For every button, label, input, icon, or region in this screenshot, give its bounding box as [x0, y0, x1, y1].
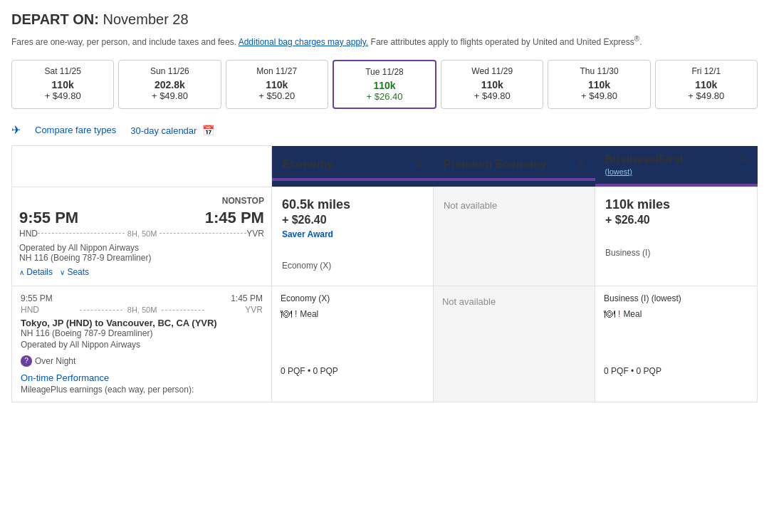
- meal-icon-business: 🍽: [604, 308, 615, 320]
- detail-flight-num: NH 116 (Boeing 787-9 Dreamliner): [21, 328, 263, 338]
- business-title: Business/First: [605, 153, 684, 165]
- economy-price: + $26.40: [282, 214, 423, 226]
- overnight-row: ? Over Night: [21, 355, 263, 367]
- date-card-5[interactable]: Thu 11/30 110k + $49.80: [548, 60, 650, 109]
- arrive-time: 1:45 PM: [205, 209, 264, 227]
- date-card-2[interactable]: Mon 11/27 110k + $50.20: [226, 60, 328, 109]
- date-card-6[interactable]: Fri 12/1 110k + $49.80: [655, 60, 758, 109]
- business-header-cell: ⇅ Business/First (lowest): [595, 146, 758, 187]
- route-mid: 8H, 50M: [38, 229, 246, 238]
- premium-fare-cell: Not available: [433, 187, 595, 286]
- flight-links: ∧ Details ∨ Seats: [19, 267, 264, 277]
- business-subtitle: (lowest): [605, 167, 633, 176]
- origin-code: HND: [19, 229, 38, 239]
- details-chevron-icon: ∧: [19, 268, 24, 276]
- detail-economy-mileage: 0 PQF • 0 PQP: [281, 363, 424, 376]
- date-card-4[interactable]: Wed 11/29 110k + $49.80: [441, 60, 543, 109]
- economy-class: Economy (X): [282, 261, 423, 271]
- details-link[interactable]: ∧ Details: [19, 267, 53, 277]
- premium-sort-icon[interactable]: ⇅: [577, 158, 585, 169]
- detail-route-line: HND 8H, 50M YVR: [21, 305, 263, 315]
- detail-premium-unavailable: Not available: [442, 293, 586, 307]
- economy-sort-icon[interactable]: ⇅: [414, 158, 423, 169]
- flight-info-cell: NONSTOP 9:55 PM 1:45 PM HND 8H, 50M YVR …: [12, 187, 272, 286]
- detail-route-full: Tokyo, JP (HND) to Vancouver, BC, CA (YV…: [21, 318, 263, 328]
- operated-by: Operated by All Nippon Airways: [19, 243, 264, 253]
- date-card-0[interactable]: Sat 11/25 110k + $49.80: [11, 60, 114, 109]
- detail-economy-cell: Economy (X) 🍽 ! Meal 0 PQF • 0 PQP: [271, 286, 433, 402]
- economy-miles: 60.5k miles: [282, 197, 423, 212]
- detail-premium-cell: Not available: [433, 286, 595, 402]
- premium-unavailable-text: Not available: [444, 197, 585, 211]
- controls-row: ✈ Compare fare types 30-day calendar 📅: [11, 123, 758, 137]
- premium-title: Premium Economy: [443, 158, 546, 170]
- calendar-30-link[interactable]: 30-day calendar 📅: [130, 125, 214, 136]
- date-card-1[interactable]: Sun 11/26 202.8k + $49.80: [118, 60, 221, 109]
- premium-header-cell: ⇅ Premium Economy: [433, 146, 595, 187]
- depart-title: DEPART ON: November 28: [11, 11, 758, 28]
- detail-business-class: Business (I) (lowest): [604, 293, 748, 303]
- calendar-icon: 📅: [202, 125, 214, 136]
- detail-economy-class: Economy (X): [281, 293, 424, 303]
- mileage-label: MileagePlus earnings (each way, per pers…: [21, 385, 263, 395]
- nonstop-badge: NONSTOP: [19, 196, 264, 206]
- economy-fare-cell[interactable]: 60.5k miles + $26.40 Saver Award Economy…: [271, 187, 433, 286]
- economy-title: Economy: [282, 158, 333, 170]
- plane-icon: ✈: [11, 123, 21, 137]
- flight-main-row: NONSTOP 9:55 PM 1:45 PM HND 8H, 50M YVR …: [12, 187, 758, 286]
- flight-table: ⇅ Economy ⇅ Premium Economy ⇅ Business/F…: [11, 145, 758, 402]
- overnight-icon: ?: [21, 355, 32, 367]
- fare-notice: Fares are one-way, per person, and inclu…: [11, 33, 758, 48]
- detail-business-cell: Business (I) (lowest) 🍽 ! Meal 0 PQF • 0…: [595, 286, 758, 402]
- detail-times: 9:55 PM 1:45 PM: [21, 293, 263, 303]
- detail-economy-meal-row: 🍽 ! Meal: [281, 308, 424, 320]
- business-sort-icon[interactable]: ⇅: [739, 153, 748, 165]
- business-miles: 110k miles: [605, 197, 747, 212]
- date-card-3[interactable]: Tue 11/28 110k + $26.40: [333, 60, 436, 109]
- economy-header-cell: ⇅ Economy: [271, 146, 433, 187]
- flight-number: NH 116 (Boeing 787-9 Dreamliner): [19, 253, 264, 263]
- business-class: Business (I): [605, 248, 747, 258]
- fare-header-row: ⇅ Economy ⇅ Premium Economy ⇅ Business/F…: [12, 146, 758, 187]
- meal-warning-icon-economy: !: [295, 309, 297, 319]
- detail-operated: Operated by All Nippon Airways: [21, 340, 263, 350]
- detail-business-mileage: 0 PQF • 0 PQP: [604, 363, 748, 376]
- on-time-link[interactable]: On-time Performance: [21, 372, 263, 383]
- detail-route-row: 9:55 PM 1:45 PM HND 8H, 50M YVR Tokyo, J…: [12, 286, 758, 402]
- seats-link[interactable]: ∨ Seats: [60, 267, 89, 277]
- saver-badge: Saver Award: [282, 229, 423, 239]
- meal-icon-economy: 🍽: [281, 308, 292, 320]
- detail-business-meal-row: 🍽 ! Meal: [604, 308, 748, 320]
- seats-chevron-icon: ∨: [60, 268, 65, 276]
- destination-code: YVR: [246, 229, 264, 239]
- meal-warning-icon-business: !: [618, 309, 620, 319]
- date-selector: Sat 11/25 110k + $49.80 Sun 11/26 202.8k…: [11, 60, 758, 109]
- detail-flight-cell: 9:55 PM 1:45 PM HND 8H, 50M YVR Tokyo, J…: [12, 286, 272, 402]
- business-price: + $26.40: [605, 214, 747, 226]
- depart-time: 9:55 PM: [19, 209, 78, 227]
- compare-fare-link[interactable]: Compare fare types: [35, 125, 116, 135]
- bag-charges-link[interactable]: Additional bag charges may apply.: [239, 37, 369, 47]
- business-fare-cell[interactable]: 110k miles + $26.40 Business (I): [595, 187, 758, 286]
